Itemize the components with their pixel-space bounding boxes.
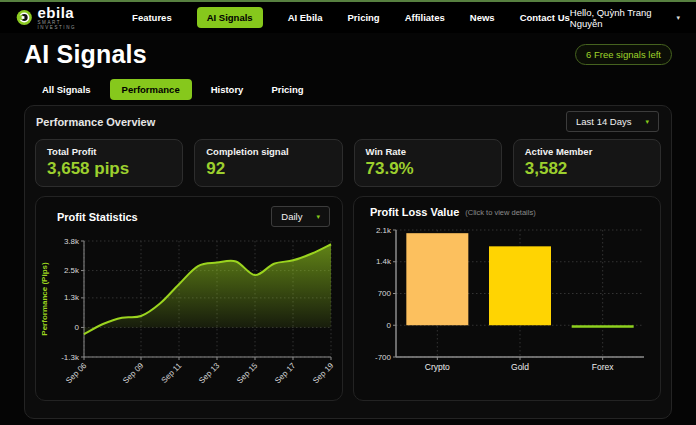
overview-header: Performance Overview Last 14 Days ▾ — [25, 106, 671, 136]
stat-card-total-profit: Total Profit3,658 pips — [35, 139, 183, 187]
date-range-value: Last 14 Days — [576, 116, 631, 127]
svg-text:Gold: Gold — [511, 362, 529, 372]
performance-area-chart[interactable]: 3.8k2.5k1.3k0-1.3kSep 06Sep 09Sep 11Sep … — [38, 229, 342, 400]
nav-item-features[interactable]: Features — [132, 12, 172, 23]
nav-item-affiliates[interactable]: Affiliates — [405, 12, 445, 23]
svg-text:1.4k: 1.4k — [376, 257, 392, 266]
chevron-down-icon: ▾ — [676, 14, 680, 22]
profit-loss-bar-chart[interactable]: 2.1k1.4k7000-700CryptoGoldForex — [356, 220, 660, 391]
svg-text:Sep 11: Sep 11 — [160, 361, 184, 385]
svg-text:1.3k: 1.3k — [64, 293, 80, 302]
user-menu[interactable]: Hello, Quỳnh Trang Nguyễn ▾ — [570, 7, 680, 29]
stat-cards-row: Total Profit3,658 pipsCompletion signal9… — [35, 139, 661, 187]
panel-title: Profit Loss Value — [370, 206, 459, 218]
nav-item-news[interactable]: News — [470, 12, 495, 23]
section-heading: Performance Overview — [36, 116, 155, 128]
area-chart-svg: 3.8k2.5k1.3k0-1.3kSep 06Sep 09Sep 11Sep … — [38, 229, 340, 396]
y-axis-label: Performance (Pips) — [40, 262, 49, 336]
stat-value: 3,582 — [525, 159, 649, 179]
svg-text:Sep 06: Sep 06 — [64, 361, 89, 386]
chevron-down-icon: ▾ — [645, 118, 649, 126]
profit-statistics-panel: Profit Statistics Daily ▾ 3.8k2.5k1.3k0-… — [35, 196, 343, 401]
stat-label: Active Member — [525, 146, 649, 157]
panel-hint: (Click to view details) — [465, 208, 535, 217]
stat-value: 92 — [206, 159, 330, 179]
svg-text:Sep 09: Sep 09 — [121, 361, 146, 386]
stat-value: 73.9% — [366, 159, 490, 179]
interval-select[interactable]: Daily ▾ — [271, 206, 330, 227]
brand-tagline: SMART INVESTING — [38, 21, 95, 30]
bar-chart-svg: 2.1k1.4k7000-700CryptoGoldForex — [356, 220, 658, 387]
bar-gold[interactable] — [489, 246, 551, 325]
top-nav: ebila SMART INVESTING FeaturesAI Signals… — [0, 2, 696, 33]
profit-loss-header: Profit Loss Value (Click to view details… — [354, 197, 660, 218]
page-title: AI Signals — [24, 40, 147, 69]
free-signals-badge[interactable]: 6 Free signals left — [575, 44, 672, 65]
area-fill — [84, 244, 331, 334]
tab-bar: All SignalsPerformanceHistoryPricing — [0, 69, 696, 100]
nav-item-ai-signals[interactable]: AI Signals — [197, 7, 263, 28]
charts-row: Profit Statistics Daily ▾ 3.8k2.5k1.3k0-… — [35, 196, 661, 401]
nav-menu: FeaturesAI SignalsAI EbilaPricingAffilia… — [132, 7, 570, 28]
stat-value: 3,658 pips — [47, 159, 171, 179]
svg-text:0: 0 — [387, 321, 392, 330]
svg-text:Sep 19: Sep 19 — [311, 361, 336, 386]
nav-item-ai-ebila[interactable]: AI Ebila — [288, 12, 323, 23]
brand-icon — [16, 8, 33, 27]
brand-text: ebila SMART INVESTING — [38, 5, 95, 30]
svg-text:2.5k: 2.5k — [64, 266, 80, 275]
bar-forex[interactable] — [572, 325, 634, 328]
bar-crypto[interactable] — [406, 233, 468, 325]
stat-card-win-rate: Win Rate73.9% — [354, 139, 502, 187]
panel-title: Profit Statistics — [57, 211, 138, 223]
tab-performance[interactable]: Performance — [110, 79, 192, 100]
profit-loss-panel: Profit Loss Value (Click to view details… — [353, 196, 661, 401]
page-root: ebila SMART INVESTING FeaturesAI Signals… — [0, 0, 696, 419]
svg-text:-700: -700 — [375, 353, 392, 362]
brand-logo[interactable]: ebila SMART INVESTING — [16, 5, 94, 30]
svg-text:700: 700 — [378, 289, 392, 298]
stat-label: Completion signal — [206, 146, 330, 157]
stat-label: Win Rate — [366, 146, 490, 157]
svg-text:Sep 15: Sep 15 — [235, 361, 260, 386]
svg-text:Crypto: Crypto — [425, 362, 450, 372]
user-greeting: Hello, Quỳnh Trang Nguyễn — [570, 7, 672, 29]
svg-text:Sep 17: Sep 17 — [273, 361, 298, 386]
stat-label: Total Profit — [47, 146, 171, 157]
svg-text:-1.3k: -1.3k — [61, 353, 80, 362]
profit-statistics-header: Profit Statistics Daily ▾ — [36, 197, 342, 227]
svg-text:2.1k: 2.1k — [376, 226, 392, 235]
date-range-select[interactable]: Last 14 Days ▾ — [566, 111, 659, 132]
performance-overview-section: Performance Overview Last 14 Days ▾ Tota… — [24, 105, 672, 419]
svg-text:Sep 13: Sep 13 — [197, 361, 222, 386]
stat-card-completion-signal: Completion signal92 — [194, 139, 342, 187]
tab-pricing[interactable]: Pricing — [262, 79, 312, 100]
page-header: AI Signals 6 Free signals left — [0, 33, 696, 69]
stat-card-active-member: Active Member3,582 — [513, 139, 661, 187]
svg-text:0: 0 — [75, 323, 80, 332]
interval-value: Daily — [281, 211, 302, 222]
nav-item-pricing[interactable]: Pricing — [347, 12, 379, 23]
tab-history[interactable]: History — [202, 79, 253, 100]
nav-item-contact-us[interactable]: Contact Us — [520, 12, 570, 23]
svg-text:3.8k: 3.8k — [64, 237, 80, 246]
brand-name: ebila — [38, 5, 95, 20]
tab-all-signals[interactable]: All Signals — [33, 79, 100, 100]
chevron-down-icon: ▾ — [316, 213, 320, 221]
svg-text:Forex: Forex — [592, 362, 614, 372]
